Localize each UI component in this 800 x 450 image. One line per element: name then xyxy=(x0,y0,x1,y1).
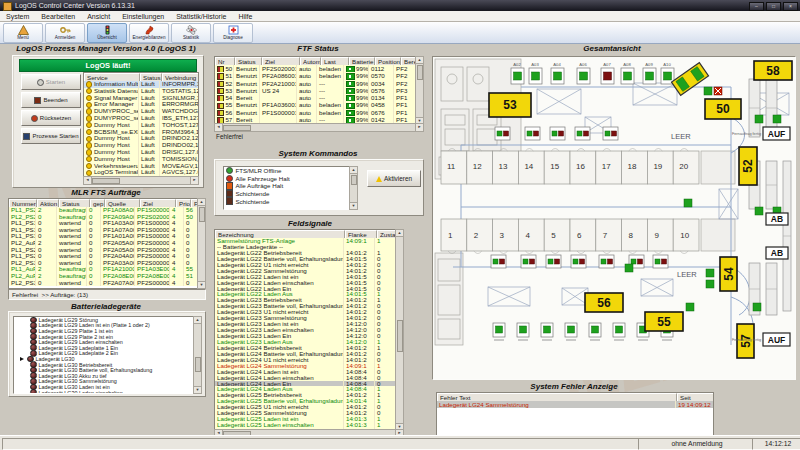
menu-hilfe[interactable]: Hilfe xyxy=(232,13,258,20)
kommandos-vscrollbar[interactable]: ▲▼ xyxy=(349,166,358,210)
table-row[interactable]: VerkehrssteuerungLäuftMOVEAGV,127.0.0 xyxy=(84,163,198,170)
vehicle-58[interactable]: 58 xyxy=(754,61,792,80)
station-indicator[interactable] xyxy=(565,323,577,340)
vehicle-53[interactable]: 53 xyxy=(489,93,531,117)
menu-bearbeiten[interactable]: Bearbeiten xyxy=(35,13,81,20)
table-row[interactable]: Statistik DatensammlerLäuftTOSTATIS,127.… xyxy=(84,88,198,95)
station-indicator[interactable] xyxy=(541,323,553,340)
column-header[interactable]: Ziel xyxy=(140,199,176,207)
station-A04[interactable]: A04 xyxy=(551,62,564,84)
start-processes-button[interactable]: Prozesse Starten xyxy=(21,128,81,144)
table-row[interactable]: 53BenutztUS 24auto---99%0576PF360%471 xyxy=(215,87,416,94)
column-header[interactable]: Position xyxy=(375,57,401,65)
vehicle-55[interactable]: 55 xyxy=(645,312,683,331)
services-hscrollbar[interactable]: ◄► xyxy=(83,176,199,185)
table-row[interactable]: 56BenutztPF1S000001autobeladen99%0676PF1… xyxy=(215,109,416,116)
station-indicator[interactable] xyxy=(521,255,536,268)
table-row[interactable]: PL1_PS20wartend0PF2A04A00PF2S0000014006:… xyxy=(9,253,198,260)
shuttle-vehicle[interactable] xyxy=(671,63,708,96)
table-row[interactable]: 54Bereitauto---99%0134PF160%471 xyxy=(215,94,416,101)
table-row[interactable]: Dummy HostLäuftTOMISSION,127.0 xyxy=(84,156,198,163)
column-header[interactable]: Zustand xyxy=(377,230,397,238)
table-row[interactable]: PL2_PS30wartend0PF2A07A00PF2S0000014006:… xyxy=(9,280,198,287)
column-header[interactable]: Nr xyxy=(215,57,235,65)
maximize-button[interactable]: □ xyxy=(766,2,781,11)
table-row[interactable]: PL2_PS20beauftragt0PF2A09A00PF2S02000145… xyxy=(9,214,198,221)
close-button[interactable]: × xyxy=(783,2,798,11)
station-indicator[interactable] xyxy=(517,323,529,340)
menu-system[interactable]: System xyxy=(0,13,35,20)
reset-button[interactable]: Rücksetzen xyxy=(21,110,81,126)
table-row[interactable]: Dummy HostLäuftDRINDO02,127.0.0 xyxy=(84,142,198,149)
tree-expand-icon[interactable] xyxy=(20,357,24,361)
table-row[interactable]: Dummy HostLäuftDRINDO2,127.0.0 xyxy=(84,135,198,142)
station-indicator[interactable] xyxy=(575,127,590,140)
vehicle-52[interactable]: 52 xyxy=(739,147,757,185)
station-indicator[interactable] xyxy=(546,255,561,268)
table-row[interactable]: Dummy HostLäuftTOHOST,127.0.0.1 xyxy=(84,122,198,129)
column-header[interactable]: Status xyxy=(235,57,262,65)
table-row[interactable]: 52BenutztPF2A210001auto---99%0034PF260%4… xyxy=(215,80,416,87)
table-row[interactable]: BCBSIM_se.EXELäuftFROM3964,127.0.0 xyxy=(84,129,198,136)
table-row[interactable]: PL1_PS10wartend0PF1A07A00PF1S0000014006:… xyxy=(9,227,198,234)
table-row[interactable]: PL1_PS20wartend0PF2A05A00PF2S0000014006:… xyxy=(9,247,198,254)
column-header[interactable]: Status xyxy=(140,73,162,81)
column-header[interactable]: Fehler Text xyxy=(437,393,677,401)
statistics-button[interactable]: Statistik xyxy=(171,23,211,43)
station-indicator[interactable] xyxy=(493,323,505,340)
column-header[interactable]: Service xyxy=(84,73,140,81)
table-row[interactable]: Ladegerät LG24 Sammelstörung19 14:09:12 xyxy=(437,401,713,408)
ftf-hscrollbar[interactable]: ◄► xyxy=(214,123,424,132)
batterie-vscrollbar[interactable]: ▲▼ xyxy=(193,316,202,394)
vehicle-56[interactable]: 56 xyxy=(585,293,623,312)
ftf-status-table[interactable]: NrStatusZielAutomLastBatteriePositionBer… xyxy=(214,56,417,125)
batterie-list[interactable]: Ladegerät LG29 StörungLadegerät LG29 Lad… xyxy=(13,316,195,394)
table-row[interactable]: Error ManagerLäuftERRORMGR,127.0 xyxy=(84,101,198,108)
kommando-item[interactable]: Schichtende xyxy=(224,190,350,198)
station-indicator[interactable] xyxy=(495,127,510,140)
feldsignale-vscrollbar[interactable]: ▲▼ xyxy=(395,229,404,431)
facility-map[interactable]: 1112131415161718192012345678910A02A03A04… xyxy=(433,57,795,379)
table-row[interactable]: PL2_PS30wartend0PF2A03A00PF2S0000014006:… xyxy=(9,260,198,267)
table-row[interactable]: 50BenutztPF2S020001autobeladen99%0112PF2… xyxy=(215,65,416,72)
table-row[interactable]: Dummy HostLäuftDRISIC,127.0.0.1 xyxy=(84,149,198,156)
table-row[interactable]: PL1_AuF2beauftragt0PF1A21000PF1A03E00455… xyxy=(9,266,198,273)
station-indicator[interactable] xyxy=(603,127,618,140)
auftraege-table[interactable]: NummerAktionStatusgepQuelleZielPrioFTFZe… xyxy=(8,198,199,289)
auftraege-vscrollbar[interactable]: ▲▼ xyxy=(197,198,206,289)
kommando-item[interactable]: FTS/MLR Offline xyxy=(224,167,350,175)
fehler-table[interactable]: Fehler TextSeitLadegerät LG24 Sammelstör… xyxy=(436,392,714,436)
services-table[interactable]: ServiceStatusVerbindungInformation Multi… xyxy=(83,72,199,178)
ftf-vscrollbar[interactable]: ▲▼ xyxy=(415,56,424,125)
start-button[interactable]: Starten xyxy=(21,74,81,90)
station-indicator[interactable] xyxy=(589,323,601,340)
minimize-button[interactable]: – xyxy=(749,2,764,11)
table-row[interactable]: Information MultiplexerLäuftINFORMPR,127… xyxy=(84,81,198,88)
table-row[interactable]: DUMYPROC_se.EXELäuftWATCHDOG,127.0 xyxy=(84,108,198,115)
column-header[interactable]: Verbindung xyxy=(162,73,199,81)
station-indicator[interactable] xyxy=(550,127,565,140)
table-row[interactable]: PL1_PS10wartend0PF1A03A00PF1S0000014006:… xyxy=(9,220,198,227)
title-bar[interactable]: LogOS Control Center Version 6.13.31 – □… xyxy=(0,0,800,11)
column-header[interactable]: Ziel xyxy=(262,57,300,65)
energy-button[interactable]: Energiebilanzen xyxy=(129,23,169,43)
station-A07[interactable]: A07 xyxy=(601,62,614,84)
station-indicator[interactable] xyxy=(491,255,506,268)
menu-einstellungen[interactable]: Einstellungen xyxy=(116,13,170,20)
station-A02[interactable]: A02 xyxy=(511,62,524,84)
vehicle-50[interactable]: 50 xyxy=(705,99,741,119)
station-indicator[interactable] xyxy=(653,255,668,268)
station-indicator[interactable] xyxy=(525,127,540,140)
menu-ansicht[interactable]: Ansicht xyxy=(81,13,116,20)
column-header[interactable]: Aktion xyxy=(37,199,59,207)
stop-button[interactable]: Beenden xyxy=(21,92,81,108)
station-indicator[interactable] xyxy=(571,255,586,268)
aktivieren-button[interactable]: Aktivieren xyxy=(367,170,421,187)
kommando-item[interactable]: Schichtende xyxy=(224,197,350,205)
feldsignale-table[interactable]: BezeichnungFlankeZustandSammelstörung FT… xyxy=(214,229,397,431)
overview-button[interactable]: Übersicht xyxy=(87,23,127,43)
column-header[interactable]: Seit xyxy=(677,393,714,401)
table-row[interactable]: PL2_AuF2wartend0PF2A05A00PF2S0000014006:… xyxy=(9,240,198,247)
station-A03[interactable]: A03 xyxy=(529,62,542,84)
column-header[interactable]: Flanke xyxy=(345,230,377,238)
